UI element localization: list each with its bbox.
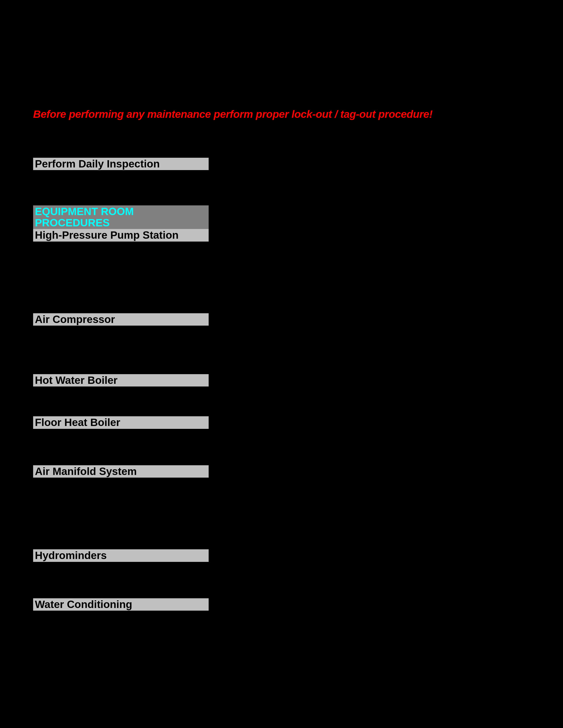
- heading-hot-water-boiler: Hot Water Boiler: [33, 374, 209, 387]
- section-daily-inspection: Perform Daily Inspection: [33, 158, 530, 170]
- section-air-compressor: Air Compressor: [33, 313, 530, 326]
- heading-hydrominders: Hydrominders: [33, 549, 209, 562]
- section-water-conditioning: Water Conditioning: [33, 598, 530, 611]
- section-high-pressure-pump: High-Pressure Pump Station: [33, 229, 530, 241]
- section-floor-heat-boiler: Floor Heat Boiler: [33, 416, 530, 429]
- document-page: Before performing any maintenance perfor…: [33, 108, 530, 611]
- section-air-manifold: Air Manifold System: [33, 465, 530, 478]
- warning-banner: Before performing any maintenance perfor…: [33, 108, 530, 120]
- heading-daily-inspection: Perform Daily Inspection: [33, 158, 209, 170]
- heading-air-compressor: Air Compressor: [33, 313, 209, 326]
- heading-floor-heat-boiler: Floor Heat Boiler: [33, 416, 209, 429]
- heading-equipment-room: EQUIPMENT ROOM PROCEDURES: [33, 205, 209, 229]
- section-hydrominders: Hydrominders: [33, 549, 530, 562]
- heading-air-manifold: Air Manifold System: [33, 465, 209, 478]
- heading-high-pressure-pump: High-Pressure Pump Station: [33, 229, 209, 241]
- heading-water-conditioning: Water Conditioning: [33, 598, 209, 611]
- section-hot-water-boiler: Hot Water Boiler: [33, 374, 530, 387]
- section-equipment-room-procedures: EQUIPMENT ROOM PROCEDURES: [33, 205, 530, 229]
